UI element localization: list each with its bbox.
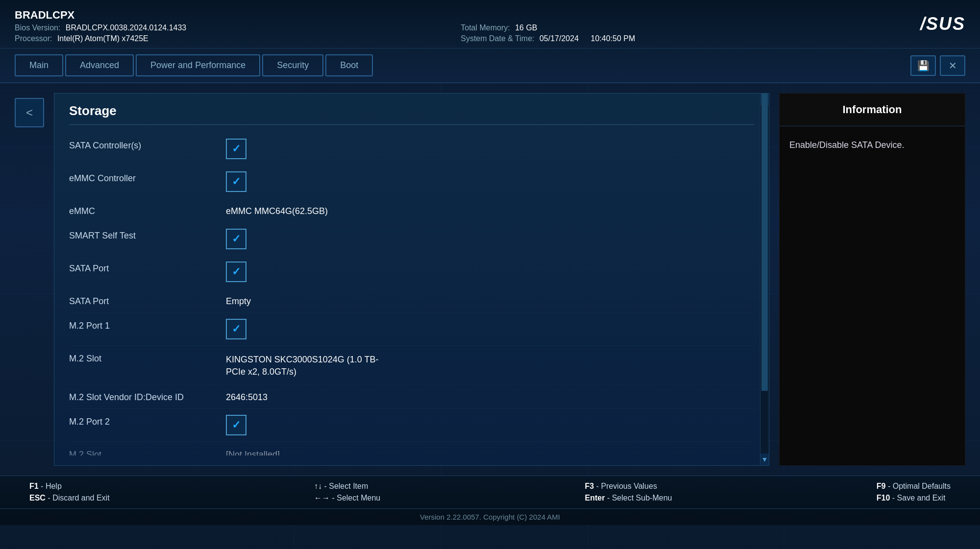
tab-main[interactable]: Main [15, 54, 63, 76]
footer-key-f3: F3 - Previous Values [585, 482, 672, 491]
asus-logo: /SUS [920, 14, 965, 34]
item-label-m2-port1: M.2 Port 1 [69, 319, 226, 331]
info-title: Information [780, 94, 965, 126]
datetime-label: System Date & Time: [461, 34, 534, 43]
memory-value: 16 GB [515, 24, 537, 32]
bios-value: BRADLCPX.0038.2024.0124.1433 [66, 24, 186, 32]
item-label-m2-slot1: M.2 Slot [69, 352, 226, 364]
tab-boot[interactable]: Boot [325, 54, 373, 76]
footer-key-group-1: F1 - Help ESC - Discard and Exit [29, 482, 110, 502]
back-button[interactable]: < [15, 98, 44, 127]
item-label-sata-port-2: SATA Port [69, 294, 226, 307]
list-item: M.2 Port 2 [69, 409, 754, 442]
tab-security[interactable]: Security [262, 54, 323, 76]
info-panel: Information Enable/Disable SATA Device. [779, 93, 965, 466]
datetime-row: System Date & Time: 05/17/2024 10:40:50 … [461, 34, 635, 43]
scrollbar[interactable]: ▲ ▼ [760, 94, 769, 465]
system-name: BRADLCPX [15, 9, 965, 22]
memory-label: Total Memory: [461, 24, 510, 32]
processor-label: Processor: [15, 34, 52, 43]
tab-power[interactable]: Power and Performance [136, 54, 260, 76]
footer-key-group-4: F9 - Optimal Defaults F10 - Save and Exi… [877, 482, 951, 502]
footer-key-lr: ←→ - Select Menu [314, 494, 380, 502]
smart-self-test-checkbox[interactable] [226, 229, 246, 249]
footer-key-f1: F1 - Help [29, 482, 110, 491]
item-value-m2-vendor: 2646:5013 [226, 390, 383, 403]
list-item: eMMC Controller [69, 166, 754, 198]
footer-key-arrows: ↑↓ - Select Item [314, 482, 380, 491]
scroll-down-arrow[interactable]: ▼ [760, 454, 769, 465]
item-value-emmc: eMMC MMC64G(62.5GB) [226, 204, 383, 216]
item-label-m2-vendor: M.2 Slot Vendor ID:Device ID [69, 390, 226, 403]
sata-port-1-checkbox[interactable] [226, 262, 246, 282]
item-label-smart: SMART Self Test [69, 229, 226, 241]
footer: F1 - Help ESC - Discard and Exit ↑↓ - Se… [0, 476, 980, 525]
list-item: SMART Self Test [69, 223, 754, 256]
info-content: Enable/Disable SATA Device. [780, 126, 965, 164]
date-value: 05/17/2024 [539, 34, 579, 43]
item-label-m2-slot2: M.2 Slot [69, 448, 226, 455]
processor-row: Processor: Intel(R) Atom(TM) x7425E [15, 34, 186, 43]
footer-key-f10: F10 - Save and Exit [877, 494, 951, 502]
bios-version-row: Bios Version: BRADLCPX.0038.2024.0124.14… [15, 24, 186, 32]
footer-key-esc: ESC - Discard and Exit [29, 494, 110, 502]
item-value-m2-slot2: [Not Installed] [226, 448, 383, 455]
item-label-emmc-controller: eMMC Controller [69, 171, 226, 184]
list-item: SATA Controller(s) [69, 133, 754, 166]
footer-key-f9: F9 - Optimal Defaults [877, 482, 951, 491]
footer-key-group-3: F3 - Previous Values Enter - Select Sub-… [585, 482, 672, 502]
header: BRADLCPX Bios Version: BRADLCPX.0038.202… [0, 0, 980, 48]
storage-title: Storage [69, 103, 754, 125]
storage-panel: Storage SATA Controller(s) eMMC Controll… [54, 93, 769, 466]
save-button[interactable]: 💾 [910, 55, 936, 76]
scrollbar-thumb[interactable] [761, 94, 768, 391]
m2-port2-checkbox[interactable] [226, 415, 246, 435]
footer-version: Version 2.22.0057. Copyright (C) 2024 AM… [0, 508, 980, 525]
list-item: SATA Port [69, 256, 754, 288]
footer-key-enter: Enter - Select Sub-Menu [585, 494, 672, 502]
list-item: M.2 Slot [Not Installed] [69, 442, 754, 455]
nav-actions: 💾 ✕ [910, 55, 965, 76]
item-label-sata-controller: SATA Controller(s) [69, 139, 226, 151]
tab-advanced[interactable]: Advanced [65, 54, 134, 76]
nav-bar: Main Advanced Power and Performance Secu… [0, 48, 980, 83]
memory-row: Total Memory: 16 GB [461, 24, 537, 32]
footer-keys: F1 - Help ESC - Discard and Exit ↑↓ - Se… [0, 476, 980, 508]
list-item: SATA Port Empty [69, 288, 754, 313]
item-value-sata-port: Empty [226, 294, 383, 307]
time-value: 10:40:50 PM [591, 34, 636, 43]
item-label-sata-port-1: SATA Port [69, 262, 226, 274]
sata-controller-checkbox[interactable] [226, 139, 246, 159]
list-item: eMMC eMMC MMC64G(62.5GB) [69, 198, 754, 223]
item-value-m2-slot1: KINGSTON SKC3000S1024G (1.0 TB-PCIe x2, … [226, 352, 383, 378]
item-label-m2-port2: M.2 Port 2 [69, 415, 226, 427]
main-content: < Storage SATA Controller(s) eMMC Contro… [0, 83, 980, 476]
bios-label: Bios Version: [15, 24, 60, 32]
processor-value: Intel(R) Atom(TM) x7425E [57, 34, 148, 43]
m2-port1-checkbox[interactable] [226, 319, 246, 339]
list-item: M.2 Slot Vendor ID:Device ID 2646:5013 [69, 384, 754, 409]
footer-key-group-2: ↑↓ - Select Item ←→ - Select Menu [314, 482, 380, 502]
close-button[interactable]: ✕ [940, 55, 965, 76]
storage-list: SATA Controller(s) eMMC Controller eMMC … [69, 133, 754, 455]
item-label-emmc: eMMC [69, 204, 226, 216]
list-item: M.2 Slot KINGSTON SKC3000S1024G (1.0 TB-… [69, 346, 754, 384]
emmc-controller-checkbox[interactable] [226, 171, 246, 192]
list-item: M.2 Port 1 [69, 313, 754, 346]
